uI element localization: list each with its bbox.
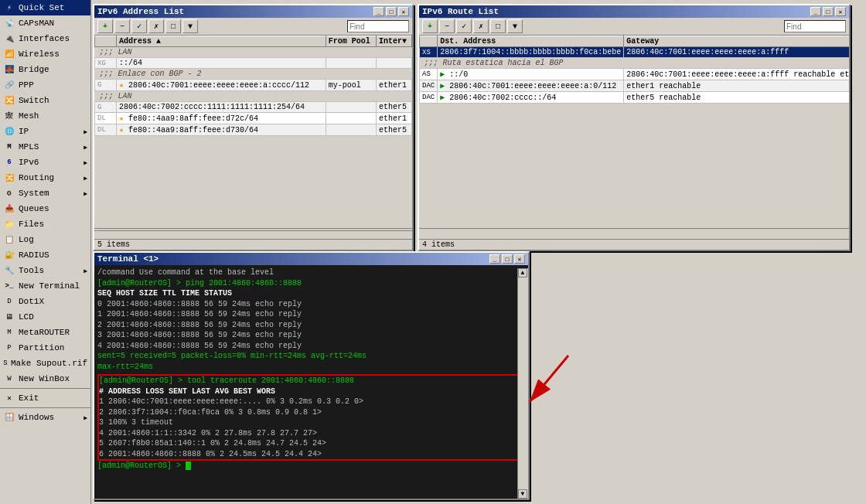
- ipv6-addr-enable-btn[interactable]: ✓: [131, 19, 147, 33]
- windows-icon: 🪟: [3, 411, 15, 424]
- ipv6-route-minimize-btn[interactable]: _: [810, 7, 821, 16]
- scroll-up-btn[interactable]: ▲: [518, 268, 527, 278]
- terminal-ping-maxrtt: max-rtt=24ms: [97, 362, 525, 373]
- sidebar-item-mesh[interactable]: 🕸 Mesh: [0, 108, 90, 124]
- sidebar-item-system[interactable]: ⚙ System ▶: [0, 186, 90, 201]
- system-arrow-icon: ▶: [84, 190, 87, 197]
- ipv6-addr-minimize-btn[interactable]: _: [373, 7, 384, 16]
- table-row[interactable]: G ★ 2806:40c:7001:eeee:eeee:eeee:a:cccc/…: [95, 80, 412, 91]
- route-col-gateway[interactable]: Gateway: [624, 36, 849, 47]
- ipv6-addr-statusbar: 5 items: [94, 239, 412, 250]
- sidebar-item-routing[interactable]: 🔀 Routing ▶: [0, 170, 90, 186]
- ipv6-route-copy-btn[interactable]: □: [490, 19, 506, 33]
- table-row[interactable]: XG ::/64: [95, 58, 412, 69]
- sidebar-item-metarouter[interactable]: M MetaROUTER: [0, 325, 90, 340]
- ipv6-route-enable-btn[interactable]: ✓: [456, 19, 472, 33]
- terminal-close-btn[interactable]: ✕: [514, 254, 525, 264]
- sidebar-item-lcd[interactable]: 🖥 LCD: [0, 309, 90, 325]
- sidebar-item-capsman[interactable]: 📡 CAPsMAN: [0, 15, 90, 31]
- terminal-window-buttons: _ □ ✕: [489, 254, 525, 264]
- addr-iface-4: ether5: [376, 124, 411, 136]
- table-row[interactable]: G 2806:40c:7002:cccc:1111:1111:1111:254/…: [95, 102, 412, 113]
- route-col-flag[interactable]: [420, 36, 438, 47]
- ipv6-addr-add-btn[interactable]: +: [97, 19, 113, 33]
- addr-col-from-pool[interactable]: From Pool: [326, 36, 376, 47]
- ipv6-route-add-btn[interactable]: +: [422, 19, 438, 33]
- terminal-maximize-btn[interactable]: □: [502, 254, 513, 264]
- table-row[interactable]: AS ▶ ::/0 2806:40c:7001:eeee:eeee:eeee:a…: [420, 69, 850, 80]
- ipv6-addr-toolbar: + − ✓ ✗ □ ▼: [94, 18, 412, 36]
- group-lan-2-label: ;;; LAN: [95, 91, 412, 102]
- sidebar-item-new-terminal[interactable]: >_ New Terminal: [0, 278, 90, 294]
- ipv6-route-statusbar: 4 items: [419, 239, 849, 250]
- ipv6-addr-close-btn[interactable]: ✕: [398, 7, 409, 16]
- ipv6-route-remove-btn[interactable]: −: [439, 19, 455, 33]
- ipv6-route-window-buttons: _ □ ✕: [810, 7, 846, 16]
- terminal-body[interactable]: /command Use command at the base level […: [94, 265, 528, 499]
- ipv6-route-disable-btn[interactable]: ✗: [473, 19, 489, 33]
- route-gw-dac1: ether1 reachable: [624, 80, 849, 92]
- copy-icon: □: [171, 22, 176, 31]
- table-row[interactable]: DAC ▶ 2806:40c:7001:eeee:eeee:eeee:a:0/1…: [420, 80, 850, 92]
- sidebar-item-mpls[interactable]: M MPLS ▶: [0, 139, 90, 155]
- sidebar-item-new-winbox[interactable]: W New WinBox: [0, 371, 90, 387]
- addr-pool-2: [326, 102, 376, 113]
- terminal-vscrollbar[interactable]: ▲ ▼: [517, 268, 528, 499]
- ipv6-addr-copy-btn[interactable]: □: [165, 19, 181, 33]
- ipv6-route-search[interactable]: [784, 20, 846, 32]
- group-lan-1: ;;; LAN: [95, 47, 412, 58]
- sidebar-item-windows[interactable]: 🪟 Windows ▶: [0, 410, 90, 425]
- terminal-titlebar[interactable]: Terminal <1> _ □ ✕: [94, 253, 528, 265]
- tools-arrow-icon: ▶: [84, 267, 87, 274]
- ip-icon: 🌐: [3, 125, 15, 138]
- sidebar-item-tools[interactable]: 🔧 Tools ▶: [0, 263, 90, 278]
- terminal-traceroute-row-4: 5 2607:f8b0:85a1:140::1 0% 2 24.8ms 24.7…: [99, 438, 523, 449]
- sidebar-item-queues[interactable]: 📥 Queues: [0, 201, 90, 216]
- ipv6-route-scroll[interactable]: Dst. Address Gateway XS 2806:3f7:1004::b…: [419, 36, 849, 228]
- ipv6-addr-scroll[interactable]: Address ▲ From Pool Inter▼ ;;; LAN XG ::…: [94, 36, 412, 228]
- sidebar-item-log[interactable]: 📋 Log: [0, 232, 90, 247]
- sidebar-item-switch[interactable]: 🔀 Switch: [0, 93, 90, 108]
- ipv6-route-table: Dst. Address Gateway XS 2806:3f7:1004::b…: [419, 36, 849, 104]
- ipv6-addr-filter-btn[interactable]: ▼: [182, 19, 198, 33]
- ipv6-addr-search[interactable]: [347, 20, 409, 32]
- sidebar-item-ip[interactable]: 🌐 IP ▶: [0, 124, 90, 139]
- sidebar-item-files[interactable]: 📁 Files: [0, 216, 90, 232]
- terminal-minimize-btn[interactable]: _: [489, 254, 500, 264]
- addr-iface-1: ether1: [376, 80, 411, 91]
- ipv6-route-filter-btn[interactable]: ▼: [507, 19, 523, 33]
- sidebar-item-interfaces[interactable]: 🔌 Interfaces: [0, 31, 90, 46]
- route-col-dst[interactable]: Dst. Address: [438, 36, 624, 47]
- addr-col-address[interactable]: Address ▲: [117, 36, 326, 47]
- table-row[interactable]: DL ★ fe80::4aa9:8aff:feee:d730/64 ether5: [95, 124, 412, 136]
- ipv6-addr-hscroll[interactable]: [94, 228, 412, 239]
- sidebar-item-dot1x[interactable]: D Dot1X: [0, 294, 90, 309]
- ipv6-route-hscroll[interactable]: [419, 228, 849, 239]
- table-row-selected[interactable]: XS 2806:3f7:1004::bbbb:bbbb:bbbb:f0ca:be…: [420, 47, 850, 58]
- addr-col-interface[interactable]: Inter▼: [376, 36, 411, 47]
- addr-value-1: ★ 2806:40c:7001:eeee:eeee:eeee:a:cccc/11…: [117, 80, 326, 91]
- sidebar-item-bridge[interactable]: 🌉 Bridge: [0, 62, 90, 77]
- ipv6-route-maximize-btn[interactable]: □: [823, 7, 834, 16]
- table-row[interactable]: DAC ▶ 2806:40c:7002:cccc::/64 ether5 rea…: [420, 92, 850, 104]
- sidebar-item-partition[interactable]: P Partition: [0, 340, 90, 356]
- ipv6-addr-titlebar[interactable]: IPv6 Address List _ □ ✕: [94, 5, 412, 18]
- sidebar-item-quick-set[interactable]: ⚡ Quick Set: [0, 0, 90, 15]
- terminal-prompt-end[interactable]: [admin@RouterOS] >: [97, 461, 525, 472]
- ipv6-addr-maximize-btn[interactable]: □: [386, 7, 397, 16]
- sidebar-item-radius[interactable]: 🔐 RADIUS: [0, 247, 90, 263]
- sidebar-item-make-supout[interactable]: S Make Supout.rif: [0, 356, 90, 371]
- ipv6-route-titlebar[interactable]: IPv6 Route List _ □ ✕: [419, 5, 849, 18]
- sidebar-item-wireless[interactable]: 📶 Wireless: [0, 46, 90, 62]
- ipv6-route-close-btn[interactable]: ✕: [835, 7, 846, 16]
- table-row[interactable]: DL ★ fe80::4aa9:8aff:feee:d72c/64 ether1: [95, 113, 412, 124]
- sidebar-item-ipv6[interactable]: 6 IPv6 ▶: [0, 155, 90, 170]
- ipv6-addr-disable-btn[interactable]: ✗: [148, 19, 164, 33]
- sidebar-item-exit[interactable]: ✕ Exit: [0, 390, 90, 406]
- sidebar-item-ppp[interactable]: 🔗 PPP: [0, 77, 90, 93]
- addr-col-flag[interactable]: [95, 36, 117, 47]
- bridge-icon: 🌉: [3, 63, 15, 76]
- new-winbox-icon: W: [3, 373, 15, 385]
- ipv6-addr-remove-btn[interactable]: −: [114, 19, 130, 33]
- scroll-down-btn[interactable]: ▼: [518, 489, 527, 499]
